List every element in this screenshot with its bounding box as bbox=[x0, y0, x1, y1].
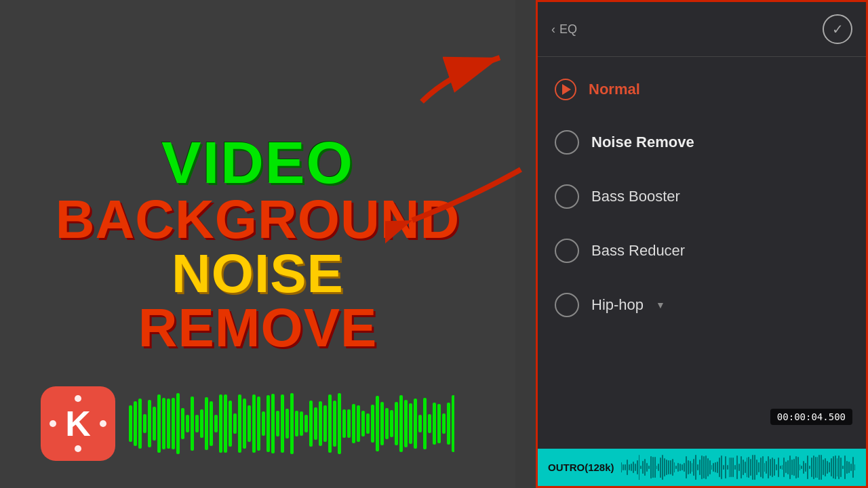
waveform-bar bbox=[371, 405, 374, 443]
track-waveform-bar bbox=[723, 465, 724, 470]
waveform-bar bbox=[281, 394, 284, 453]
waveform-bar bbox=[409, 403, 412, 444]
waveform-bar bbox=[295, 411, 298, 436]
track-waveform-bar bbox=[646, 463, 648, 472]
waveform-bar bbox=[176, 393, 180, 454]
waveform-bar bbox=[267, 395, 270, 452]
waveform bbox=[129, 386, 454, 461]
track-waveform-bar bbox=[688, 460, 689, 474]
track-waveform-bar bbox=[782, 465, 783, 470]
waveform-bar bbox=[162, 398, 165, 449]
track-waveform-bar bbox=[848, 462, 850, 474]
waveform-bar bbox=[276, 411, 279, 436]
eq-item-bass-booster[interactable]: Bass Booster bbox=[538, 169, 866, 224]
waveform-bar bbox=[361, 411, 365, 436]
waveform-bar bbox=[347, 409, 351, 439]
track-waveform bbox=[621, 454, 856, 481]
track-waveform-bar bbox=[732, 458, 734, 477]
track-waveform-bar bbox=[768, 456, 769, 478]
waveform-bar bbox=[385, 408, 389, 439]
track-waveform-bar bbox=[840, 458, 842, 477]
waveform-bar bbox=[143, 414, 146, 432]
track-waveform-bar bbox=[621, 462, 623, 473]
track-waveform-bar bbox=[666, 460, 667, 476]
waveform-bar bbox=[262, 411, 265, 435]
track-waveform-bar bbox=[776, 464, 777, 470]
waveform-bar bbox=[390, 410, 393, 436]
eq-header: ‹ EQ ✓ bbox=[538, 2, 866, 57]
waveform-bar bbox=[342, 409, 346, 437]
waveform-bar bbox=[300, 411, 303, 436]
track-waveform-bar bbox=[770, 459, 771, 476]
eq-confirm-button[interactable]: ✓ bbox=[823, 14, 852, 44]
track-waveform-bar bbox=[627, 460, 628, 476]
waveform-bar bbox=[129, 405, 132, 441]
track-waveform-bar bbox=[764, 463, 766, 472]
track-waveform-bar bbox=[817, 457, 818, 477]
track-waveform-bar bbox=[789, 455, 791, 480]
track-waveform-bar bbox=[838, 455, 840, 479]
track-waveform-bar bbox=[785, 462, 787, 474]
waveform-bar bbox=[252, 394, 256, 453]
eq-item-label-hip-hop: Hip-hop bbox=[591, 296, 644, 314]
track-waveform-bar bbox=[640, 466, 642, 470]
eq-item-hip-hop[interactable]: Hip-hop▼ bbox=[538, 278, 866, 332]
eq-item-bass-reducer[interactable]: Bass Reducer bbox=[538, 224, 866, 278]
track-waveform-bar bbox=[658, 464, 659, 470]
track-waveform-bar bbox=[635, 464, 636, 471]
track-waveform-bar bbox=[721, 455, 722, 479]
waveform-bar bbox=[447, 403, 450, 445]
waveform-bar bbox=[153, 407, 156, 441]
eq-item-normal[interactable]: Normal bbox=[538, 64, 866, 115]
track-waveform-bar bbox=[758, 462, 760, 473]
radio-icon bbox=[555, 293, 579, 317]
track-waveform-bar bbox=[762, 456, 764, 479]
waveform-bar bbox=[157, 394, 161, 453]
track-waveform-bar bbox=[677, 463, 679, 472]
track-waveform-bar bbox=[715, 462, 716, 472]
track-waveform-bar bbox=[747, 458, 748, 476]
track-waveform-bar bbox=[852, 457, 854, 478]
track-waveform-bar bbox=[754, 455, 755, 480]
track-waveform-bar bbox=[711, 465, 713, 470]
track-waveform-bar bbox=[793, 459, 795, 475]
waveform-bar bbox=[181, 408, 184, 440]
radio-icon bbox=[555, 184, 579, 209]
track-waveform-bar bbox=[783, 458, 785, 476]
track-waveform-bar bbox=[623, 464, 624, 470]
waveform-bar bbox=[333, 401, 336, 447]
track-waveform-bar bbox=[805, 463, 806, 472]
track-waveform-bar bbox=[756, 460, 757, 475]
track-waveform-bar bbox=[734, 465, 736, 470]
title-noise: NOISE bbox=[56, 247, 460, 301]
track-waveform-bar bbox=[795, 456, 797, 478]
eq-item-label-noise-remove: Noise Remove bbox=[591, 134, 694, 151]
eq-back-button[interactable]: ‹ EQ bbox=[551, 22, 577, 37]
track-waveform-bar bbox=[772, 458, 773, 476]
eq-title: EQ bbox=[559, 22, 577, 37]
track-waveform-bar bbox=[850, 464, 852, 471]
track-waveform-bar bbox=[780, 466, 781, 469]
waveform-bar bbox=[200, 409, 203, 437]
waveform-bar bbox=[428, 414, 431, 433]
waveform-bar bbox=[224, 394, 227, 453]
eq-item-noise-remove[interactable]: Noise Remove bbox=[538, 115, 866, 169]
waveform-bar bbox=[418, 415, 422, 432]
track-waveform-bar bbox=[637, 460, 638, 474]
track-waveform-bar bbox=[707, 458, 709, 477]
track-waveform-bar bbox=[833, 456, 834, 479]
track-waveform-bar bbox=[660, 458, 661, 478]
track-waveform-bar bbox=[697, 464, 698, 471]
track-waveform-bar bbox=[825, 458, 826, 476]
waveform-bar bbox=[414, 399, 417, 449]
waveform-bar bbox=[338, 393, 341, 454]
track-waveform-bar bbox=[705, 455, 707, 479]
track-waveform-bar bbox=[686, 456, 687, 479]
waveform-bar bbox=[167, 399, 170, 449]
eq-item-label-normal: Normal bbox=[589, 81, 640, 98]
track-waveform-bar bbox=[730, 458, 732, 476]
radio-icon bbox=[555, 130, 579, 155]
track-waveform-bar bbox=[690, 461, 691, 474]
track-waveform-bar bbox=[625, 464, 626, 470]
track-waveform-bar bbox=[738, 464, 740, 471]
